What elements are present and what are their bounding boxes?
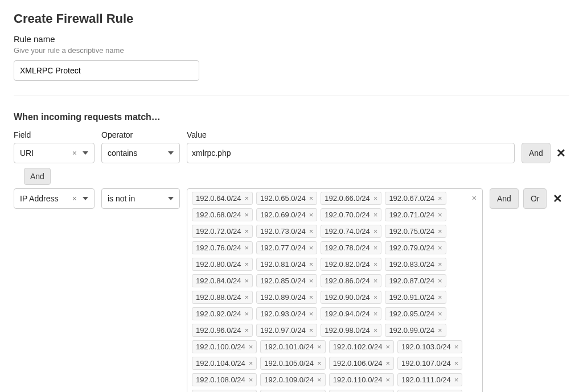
chip-remove-icon[interactable]: × <box>373 194 378 203</box>
value-chip: 192.0.100.0/24× <box>192 340 257 353</box>
value-chip: 192.0.74.0/24× <box>321 225 381 238</box>
chip-remove-icon[interactable]: × <box>438 260 442 269</box>
chip-remove-icon[interactable]: × <box>438 244 442 252</box>
chip-remove-icon[interactable]: × <box>438 326 442 335</box>
value-chip: 192.0.94.0/24× <box>321 307 381 320</box>
chip-remove-icon[interactable]: × <box>438 194 442 203</box>
value-chip-label: 192.0.88.0/24 <box>196 293 241 302</box>
remove-row-icon[interactable]: ✕ <box>551 188 564 209</box>
and-button[interactable]: And <box>490 188 519 209</box>
value-chip-label: 192.0.78.0/24 <box>325 244 370 252</box>
chip-remove-icon[interactable]: × <box>309 227 314 236</box>
chip-remove-icon[interactable]: × <box>373 211 378 219</box>
chip-remove-icon[interactable]: × <box>373 326 378 335</box>
chip-remove-icon[interactable]: × <box>454 343 459 351</box>
value-chip-label: 192.0.83.0/24 <box>389 260 434 269</box>
value-chip-label: 192.0.89.0/24 <box>260 293 306 302</box>
value-chip-label: 192.0.84.0/24 <box>196 277 241 285</box>
value-chip: 192.0.77.0/24× <box>256 241 317 254</box>
value-chip-label: 192.0.102.0/24 <box>333 343 383 351</box>
chip-remove-icon[interactable]: × <box>245 277 249 285</box>
chip-remove-icon[interactable]: × <box>245 293 249 302</box>
page-title: Create Firewall Rule <box>14 11 569 26</box>
chip-remove-icon[interactable]: × <box>309 211 314 219</box>
value-chip-label: 192.0.106.0/24 <box>333 359 383 368</box>
chip-remove-icon[interactable]: × <box>317 376 322 384</box>
field-select[interactable]: IP Address× <box>14 188 95 209</box>
value-chip: 192.0.66.0/24× <box>321 192 381 205</box>
value-chip-label: 192.0.80.0/24 <box>196 260 241 269</box>
chip-remove-icon[interactable]: × <box>245 310 249 318</box>
chip-remove-icon[interactable]: × <box>373 244 378 252</box>
chip-remove-icon[interactable]: × <box>245 244 249 252</box>
chip-remove-icon[interactable]: × <box>373 310 378 318</box>
remove-row-icon[interactable]: ✕ <box>555 143 568 163</box>
value-chip: 192.0.80.0/24× <box>192 258 253 271</box>
chevron-down-icon <box>168 197 174 200</box>
chip-remove-icon[interactable]: × <box>309 293 314 302</box>
field-clear-icon[interactable]: × <box>72 194 77 203</box>
value-chip: 192.0.107.0/24× <box>397 357 462 370</box>
chip-remove-icon[interactable]: × <box>373 227 378 236</box>
value-input[interactable]: xmlrpc.php <box>187 143 515 163</box>
operator-select[interactable]: is not in <box>101 188 180 209</box>
chip-remove-icon[interactable]: × <box>249 359 253 368</box>
value-chip-label: 192.0.86.0/24 <box>325 277 370 285</box>
chip-remove-icon[interactable]: × <box>245 227 249 236</box>
value-chip: 192.0.102.0/24× <box>329 340 394 353</box>
chip-remove-icon[interactable]: × <box>249 343 253 351</box>
chip-remove-icon[interactable]: × <box>454 359 459 368</box>
chip-remove-icon[interactable]: × <box>317 359 322 368</box>
chip-remove-icon[interactable]: × <box>438 293 442 302</box>
rule-name-label: Rule name <box>14 34 569 44</box>
chevron-down-icon <box>83 197 88 200</box>
value-chip-label: 192.0.91.0/24 <box>389 293 434 302</box>
chip-remove-icon[interactable]: × <box>245 260 249 269</box>
chip-remove-icon[interactable]: × <box>309 194 314 203</box>
chip-remove-icon[interactable]: × <box>438 310 442 318</box>
field-select[interactable]: URI× <box>14 143 95 163</box>
chip-remove-icon[interactable]: × <box>385 376 390 384</box>
value-clear-icon[interactable]: × <box>472 193 477 203</box>
value-chip: 192.0.71.0/24× <box>385 208 446 221</box>
chip-remove-icon[interactable]: × <box>317 343 322 351</box>
chip-remove-icon[interactable]: × <box>438 211 442 219</box>
chip-remove-icon[interactable]: × <box>309 244 314 252</box>
chip-remove-icon[interactable]: × <box>373 260 378 269</box>
value-chip-label: 192.0.96.0/24 <box>196 326 241 335</box>
chip-remove-icon[interactable]: × <box>385 359 390 368</box>
chip-remove-icon[interactable]: × <box>309 326 314 335</box>
chip-remove-icon[interactable]: × <box>373 293 378 302</box>
chip-remove-icon[interactable]: × <box>309 260 314 269</box>
chip-remove-icon[interactable]: × <box>438 227 442 236</box>
value-chip-label: 192.0.111.0/24 <box>401 376 451 384</box>
rule-row: IP Address×is not in192.0.64.0/24×192.0.… <box>14 188 569 392</box>
chip-remove-icon[interactable]: × <box>309 277 314 285</box>
value-chip-label: 192.0.101.0/24 <box>264 343 314 351</box>
value-chip-label: 192.0.70.0/24 <box>325 211 370 219</box>
rule-name-input[interactable] <box>14 60 199 81</box>
value-chip: 192.0.84.0/24× <box>192 274 253 287</box>
rule-joiner-button[interactable]: And <box>24 168 51 185</box>
or-button[interactable]: Or <box>523 188 547 209</box>
col-header-value: Value <box>187 130 569 139</box>
value-chip: 192.0.95.0/24× <box>385 307 446 320</box>
chip-remove-icon[interactable]: × <box>245 194 249 203</box>
value-input[interactable]: 192.0.64.0/24×192.0.65.0/24×192.0.66.0/2… <box>187 188 483 392</box>
chip-remove-icon[interactable]: × <box>309 310 314 318</box>
chip-remove-icon[interactable]: × <box>385 343 390 351</box>
and-button[interactable]: And <box>522 143 551 163</box>
chip-remove-icon[interactable]: × <box>245 326 249 335</box>
row-actions: AndOr✕ <box>490 188 564 209</box>
field-clear-icon[interactable]: × <box>72 148 77 158</box>
value-chip: 192.0.93.0/24× <box>256 307 317 320</box>
value-chip-label: 192.0.73.0/24 <box>260 227 306 236</box>
chip-remove-icon[interactable]: × <box>438 277 442 285</box>
value-chip-label: 192.0.74.0/24 <box>325 227 370 236</box>
operator-select[interactable]: contains <box>101 143 180 163</box>
chip-remove-icon[interactable]: × <box>373 277 378 285</box>
chip-remove-icon[interactable]: × <box>454 376 459 384</box>
chip-remove-icon[interactable]: × <box>245 211 249 219</box>
chip-remove-icon[interactable]: × <box>249 376 253 384</box>
value-chip-label: 192.0.95.0/24 <box>389 310 434 318</box>
